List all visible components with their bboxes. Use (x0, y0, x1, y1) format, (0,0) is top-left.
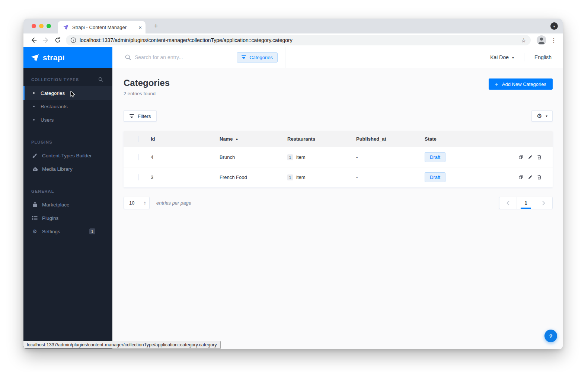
sidebar-item-label: Marketplace (42, 202, 70, 208)
sidebar-item-marketplace[interactable]: Marketplace (23, 198, 112, 211)
url-bar[interactable]: localhost:1337/admin/plugins/content-man… (66, 35, 531, 45)
sidebar-item-plugins[interactable]: Plugins (23, 211, 112, 225)
caret-down-icon: ▾ (546, 114, 547, 118)
user-name: Kai Doe (490, 54, 509, 60)
select-all-checkbox[interactable] (138, 136, 139, 142)
cell-id: 3 (151, 174, 220, 180)
bookmark-icon[interactable]: ☆ (521, 37, 526, 44)
window-controls (32, 24, 51, 28)
sidebar: strapi COLLECTION TYPES Categories Resta… (23, 47, 112, 349)
previous-page-button[interactable] (499, 197, 517, 209)
per-page-value: 10 (129, 200, 134, 206)
stepper-icon: ▴▾ (144, 201, 146, 205)
row-actions (518, 174, 553, 180)
forward-icon[interactable] (42, 36, 49, 44)
duplicate-icon[interactable] (518, 154, 523, 160)
row-actions (518, 154, 553, 160)
sidebar-item-restaurants[interactable]: Restaurants (23, 100, 112, 113)
edit-icon[interactable] (528, 174, 533, 180)
sidebar-item-content-types-builder[interactable]: Content-Types Builder (23, 149, 112, 162)
person-icon (537, 35, 546, 45)
language-selector[interactable]: English (534, 54, 552, 60)
back-icon[interactable] (30, 36, 38, 44)
delete-icon[interactable] (537, 174, 541, 180)
list-icon (32, 216, 38, 221)
caret-down-icon: ▾ (553, 24, 555, 28)
column-header-name[interactable]: Name ▲ (220, 136, 287, 142)
filters-button-label: Filters (138, 113, 151, 119)
cell-name: Brunch (220, 154, 287, 160)
column-label: Name (220, 136, 233, 142)
sidebar-item-label: Media Library (42, 166, 73, 172)
delete-icon[interactable] (537, 154, 541, 160)
column-header-published-at[interactable]: Published_at (356, 136, 425, 142)
close-window-button[interactable] (32, 24, 36, 28)
help-button[interactable]: ? (544, 330, 557, 342)
search-icon[interactable] (98, 77, 103, 82)
browser-tab[interactable]: Strapi - Content Manager × (58, 21, 146, 33)
edit-icon[interactable] (528, 154, 533, 160)
bullet-icon (33, 119, 35, 121)
chevron-right-icon (542, 201, 545, 205)
main-area: Categories Kai Doe ▾ English (112, 47, 563, 349)
plus-icon: + (495, 81, 498, 87)
sidebar-item-users[interactable]: Users (23, 113, 112, 126)
current-page[interactable]: 1 (517, 197, 535, 209)
duplicate-icon[interactable] (518, 174, 523, 180)
filters-button[interactable]: Filters (124, 110, 157, 122)
cell-name: French Food (220, 174, 287, 180)
sidebar-item-label: Restaurants (41, 104, 68, 109)
sidebar-item-settings[interactable]: ⚙ Settings 1 (23, 225, 112, 238)
browser-profile-avatar[interactable] (537, 35, 546, 45)
url-text[interactable]: localhost:1337/admin/plugins/content-man… (80, 37, 293, 43)
sidebar-item-categories[interactable]: Categories (23, 86, 112, 100)
strapi-logo[interactable]: strapi (23, 47, 112, 68)
browser-menu-icon[interactable]: ⋮ (551, 37, 557, 44)
section-plugins: PLUGINS (31, 140, 103, 144)
mouse-cursor (69, 90, 76, 98)
top-header: Categories Kai Doe ▾ English (112, 47, 563, 68)
bullet-icon (33, 92, 35, 94)
next-page-button[interactable] (535, 197, 552, 209)
entries-per-page-select[interactable]: 10 ▴▾ (124, 197, 150, 209)
table-settings-button[interactable]: ⚙ ▾ (531, 110, 553, 122)
tab-close-icon[interactable]: × (138, 24, 142, 31)
user-zone: Kai Doe ▾ English (490, 53, 563, 61)
chevron-left-icon (506, 201, 509, 205)
tab-title: Strapi - Content Manager (72, 25, 136, 30)
user-menu[interactable]: Kai Doe ▾ (490, 54, 514, 60)
new-tab-button[interactable]: + (151, 22, 160, 31)
add-new-categories-button[interactable]: + Add New Categories (489, 78, 553, 90)
table-row[interactable]: 3 French Food 1item - Draft (124, 167, 553, 187)
collection-filter-chip[interactable]: Categories (237, 52, 278, 62)
count-badge: 1 (287, 174, 293, 180)
table-row[interactable]: 4 Brunch 1item - Draft (124, 147, 553, 167)
zoom-window-button[interactable] (47, 24, 51, 28)
sidebar-item-label: Plugins (42, 215, 58, 221)
section-collection-types: COLLECTION TYPES (31, 77, 103, 82)
marketplace-icon (32, 202, 38, 208)
entries-table: Id Name ▲ Restaurants Published_at State (124, 131, 553, 187)
strapi-logo-text: strapi (43, 53, 65, 62)
sidebar-item-media-library[interactable]: Media Library (23, 162, 112, 176)
column-header-state[interactable]: State (425, 136, 518, 142)
paintbrush-icon (32, 153, 38, 158)
browser-tab-strip: Strapi - Content Manager × + ▾ (23, 19, 563, 33)
cell-restaurants: 1item (287, 154, 356, 160)
entry-search: Categories (112, 47, 285, 68)
reload-icon[interactable] (54, 36, 61, 44)
site-info-icon[interactable] (70, 37, 76, 43)
row-checkbox[interactable] (138, 174, 139, 180)
strapi-admin: strapi COLLECTION TYPES Categories Resta… (23, 47, 563, 349)
browser-update-indicator[interactable]: ▾ (550, 22, 558, 30)
search-input[interactable] (135, 54, 237, 60)
strapi-favicon (63, 24, 69, 30)
divider (524, 53, 524, 61)
status-url: localhost:1337/admin/plugins/content-man… (27, 342, 217, 347)
question-icon: ? (549, 333, 552, 339)
page-title: Categories (124, 78, 170, 88)
column-header-id[interactable]: Id (151, 136, 220, 142)
column-header-restaurants[interactable]: Restaurants (287, 136, 356, 142)
row-checkbox[interactable] (138, 154, 139, 160)
minimize-window-button[interactable] (39, 24, 44, 28)
